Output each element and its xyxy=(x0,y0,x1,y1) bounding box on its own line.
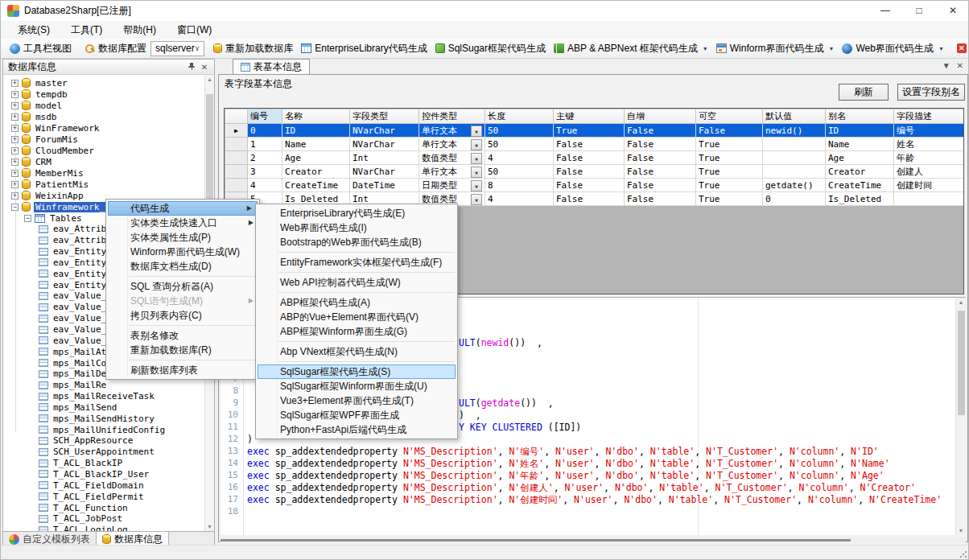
tree-node-mps-mailsend-16[interactable]: mps_MailSend xyxy=(3,402,204,414)
grid-cell[interactable]: 4 xyxy=(485,192,554,206)
grid-cell[interactable]: False xyxy=(625,124,696,138)
tree-node-sch-userappointment-20[interactable]: SCH_UserAppointment xyxy=(3,447,204,458)
toolbar-winform-button[interactable]: Winform界面代码生成 ▼ xyxy=(712,39,839,57)
scroll-down-icon[interactable]: ▼ xyxy=(956,528,966,533)
grid-cell[interactable]: ID xyxy=(282,124,350,138)
grid-cell[interactable]: Creator xyxy=(826,165,894,179)
resize-grip-icon[interactable] xyxy=(959,550,967,558)
tree-node-master[interactable]: +master xyxy=(3,77,204,89)
expand-toggle-icon[interactable]: + xyxy=(11,159,19,166)
tree-node-cloudmember[interactable]: +CloudMember xyxy=(3,145,204,156)
grid-cell[interactable]: 单行文本▼ xyxy=(419,165,485,179)
grid-cell[interactable]: 3 xyxy=(248,165,282,179)
tree-node-msdb[interactable]: +msdb xyxy=(3,111,204,122)
grid-cell[interactable]: ID xyxy=(826,124,894,138)
grid-cell[interactable]: DateTime xyxy=(350,179,419,192)
table-row[interactable]: 3CreatorNVarChar单行文本▼50FalseFalseTrueCre… xyxy=(225,165,964,179)
tree-node-model[interactable]: +model xyxy=(3,100,204,111)
expand-toggle-icon[interactable]: − xyxy=(24,215,31,222)
grid-cell[interactable]: Creator xyxy=(282,165,350,179)
submenu-item-9[interactable]: ABP的Vue+Element界面代码(V) xyxy=(256,310,457,324)
table-row[interactable]: 4CreateTimeDateTime日期类型▼8FalseFalseTrueg… xyxy=(225,179,964,192)
submenu-item-4[interactable]: EntityFramework实体框架代码生成(F) xyxy=(256,255,457,270)
grid-cell[interactable]: True xyxy=(554,124,625,138)
submenu-item-15[interactable]: SqlSugar框架Winform界面生成(U) xyxy=(256,379,457,393)
grid-cell[interactable]: False xyxy=(554,165,625,179)
grid-cell[interactable]: NVarChar xyxy=(350,165,419,179)
tree-node-t-acl-jobpost-26[interactable]: T_ACL_JobPost xyxy=(3,513,204,525)
grid-cell[interactable]: 1 xyxy=(248,138,282,151)
grid-cell[interactable]: 日期类型▼ xyxy=(419,179,485,192)
toolbar-view-button[interactable]: 工具栏视图 xyxy=(6,39,76,57)
expand-toggle-icon[interactable]: + xyxy=(11,170,19,177)
tree-node-t-acl-blackip-21[interactable]: T_ACL_BlackIP xyxy=(3,458,204,469)
tree-node-mps-mailsendhistory-17[interactable]: mps_MailSendHistory xyxy=(3,413,204,424)
grid-cell[interactable]: NVarChar xyxy=(350,138,419,151)
toolbar-web-button[interactable]: Web界面代码生成 ▼ xyxy=(838,39,947,57)
row-selector[interactable]: ▶ xyxy=(225,124,248,138)
grid-cell[interactable]: 2 xyxy=(248,151,282,165)
grid-cell[interactable]: False xyxy=(625,192,696,206)
context-menu-item-10[interactable]: 表别名修改 xyxy=(106,328,259,343)
grid-cell[interactable]: False xyxy=(625,151,696,165)
menubar-item-0[interactable]: 系统(S) xyxy=(7,21,60,39)
toolbar-exit-button[interactable]: ✕ 退出 xyxy=(953,39,969,57)
grid-cell[interactable]: 4 xyxy=(248,179,282,192)
grid-cell[interactable]: 50 xyxy=(485,138,554,151)
submenu-item-1[interactable]: Web界面代码生成(I) xyxy=(256,220,457,235)
grid-cell[interactable]: 姓名 xyxy=(894,138,964,151)
toolbar-abp-button[interactable]: ABP & ABPNext 框架代码生成 ▼ xyxy=(550,39,712,57)
submenu-item-14[interactable]: SqlSugar框架代码生成(S) xyxy=(258,364,456,379)
column-header-0[interactable]: 编号 xyxy=(248,109,282,124)
expand-toggle-icon[interactable]: + xyxy=(11,113,19,121)
tree-node-t-acl-loginlog-27[interactable]: T_ACL_LoginLog xyxy=(3,525,204,531)
submenu-item-2[interactable]: Bootstrap的Web界面代码生成(B) xyxy=(256,235,457,249)
toolbar-db-config-button[interactable]: 数据库配置 xyxy=(80,39,151,57)
expand-toggle-icon[interactable]: + xyxy=(11,136,19,143)
refresh-button[interactable]: 刷新 xyxy=(839,84,889,101)
expand-toggle-icon[interactable]: + xyxy=(11,125,19,132)
expand-toggle-icon[interactable]: + xyxy=(11,102,19,109)
submenu-item-0[interactable]: EnterpriseLibrary代码生成(E) xyxy=(256,206,457,220)
tree-node-mps-mailunifiedconfig-18[interactable]: mps_MailUnifiedConfig xyxy=(3,424,204,435)
scroll-down-icon[interactable]: ▼ xyxy=(205,524,214,529)
context-menu-item-8[interactable]: 拷贝列表内容(C) xyxy=(106,308,259,323)
tree-node-t-acl-fielddomain-23[interactable]: T_ACL_FieldDomain xyxy=(3,480,204,491)
row-selector[interactable] xyxy=(225,165,248,179)
menubar-item-2[interactable]: 帮助(H) xyxy=(113,21,167,39)
tree-node-t-acl-fieldpermit-24[interactable]: T_ACL_FieldPermit xyxy=(3,491,204,502)
grid-cell[interactable]: Name xyxy=(282,138,350,151)
scroll-up-icon[interactable]: ▲ xyxy=(205,76,214,82)
table-row[interactable]: ▶0IDNVarChar单行文本▼50TrueFalseFalsenewid()… xyxy=(225,124,964,138)
grid-cell[interactable]: 创建时间 xyxy=(894,179,964,192)
dock-close-icon[interactable]: ✕ xyxy=(957,61,963,70)
grid-cell[interactable]: False xyxy=(625,179,696,192)
grid-cell[interactable]: True xyxy=(696,138,763,151)
grid-cell[interactable]: 单行文本▼ xyxy=(419,124,485,138)
grid-cell[interactable]: False xyxy=(625,165,696,179)
column-header-3[interactable]: 控件类型 xyxy=(419,109,485,124)
scrollbar-thumb[interactable] xyxy=(206,94,213,215)
scroll-up-icon[interactable]: ▲ xyxy=(956,299,966,305)
tree-node-sch-appresource-19[interactable]: SCH_AppResource xyxy=(3,435,204,447)
grid-cell[interactable]: True xyxy=(696,179,763,192)
submenu-item-17[interactable]: SqlSugar框架WPF界面生成 xyxy=(256,408,457,422)
combo-dropdown-icon[interactable]: ▼ xyxy=(471,126,482,137)
grid-cell[interactable]: True xyxy=(696,151,763,165)
context-menu-item-13[interactable]: 刷新数据库列表 xyxy=(106,363,259,377)
grid-cell[interactable]: 8 xyxy=(485,179,554,192)
column-header-9[interactable]: 别名 xyxy=(826,109,894,124)
row-selector[interactable] xyxy=(225,151,248,165)
column-header-5[interactable]: 主键 xyxy=(554,109,625,124)
combo-dropdown-icon[interactable]: ▼ xyxy=(471,167,482,178)
grid-cell[interactable]: 年龄 xyxy=(894,151,964,165)
combo-dropdown-icon[interactable]: ▼ xyxy=(471,139,482,150)
context-menu-item-6[interactable]: SQL 查询分析器(A) xyxy=(106,279,259,294)
minimize-button[interactable]: — xyxy=(868,1,902,21)
combo-dropdown-icon[interactable]: ▼ xyxy=(471,153,482,164)
tree-node-t-acl-function-25[interactable]: T_ACL_Function xyxy=(3,502,204,513)
grid-cell[interactable]: 4 xyxy=(485,151,554,165)
grid-cell[interactable]: getdate() xyxy=(763,179,826,192)
context-menu-item-2[interactable]: 实体类属性生成(P) xyxy=(106,230,259,245)
submenu-item-12[interactable]: Abp VNext框架代码生成(N) xyxy=(256,344,457,359)
